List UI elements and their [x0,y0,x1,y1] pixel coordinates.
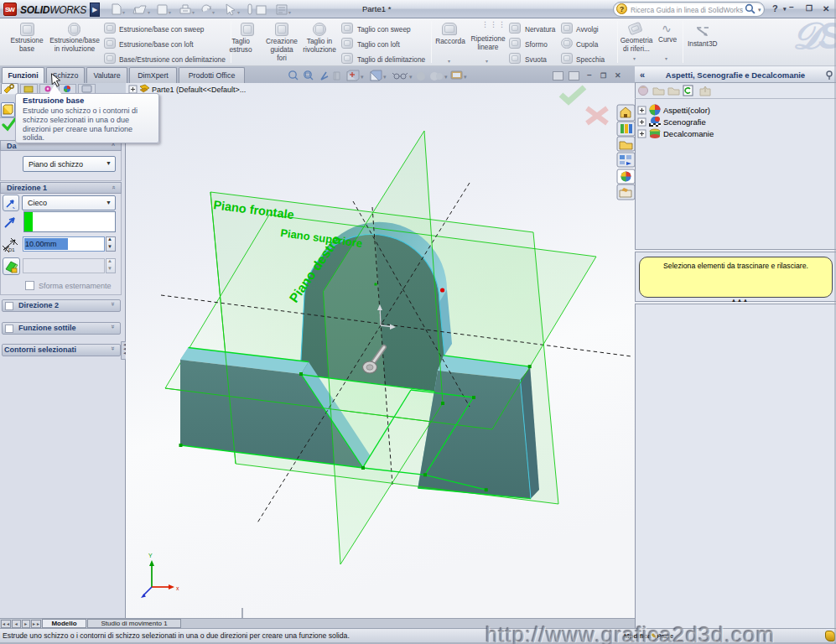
svg-text:▾: ▾ [444,74,448,80]
svg-text:Parte1 (Default<<Default>...: Parte1 (Default<<Default>... [152,86,246,94]
svg-text:▾: ▾ [383,74,387,80]
svg-text:▾: ▾ [192,10,195,15]
svg-text:▾: ▾ [361,74,364,80]
svg-text:▾: ▾ [169,10,171,15]
svg-text:▾: ▾ [409,74,413,80]
svg-text:▾: ▾ [288,10,291,15]
svg-text:▾: ▾ [148,10,150,15]
svg-text:▾: ▾ [464,74,467,80]
svg-text:▾: ▾ [122,10,125,15]
svg-text:D1: D1 [8,247,15,252]
svg-text:▾: ▾ [212,10,215,15]
svg-text:▾: ▾ [237,10,240,15]
svg-text:x: x [176,585,179,591]
svg-text:Y: Y [148,553,153,558]
